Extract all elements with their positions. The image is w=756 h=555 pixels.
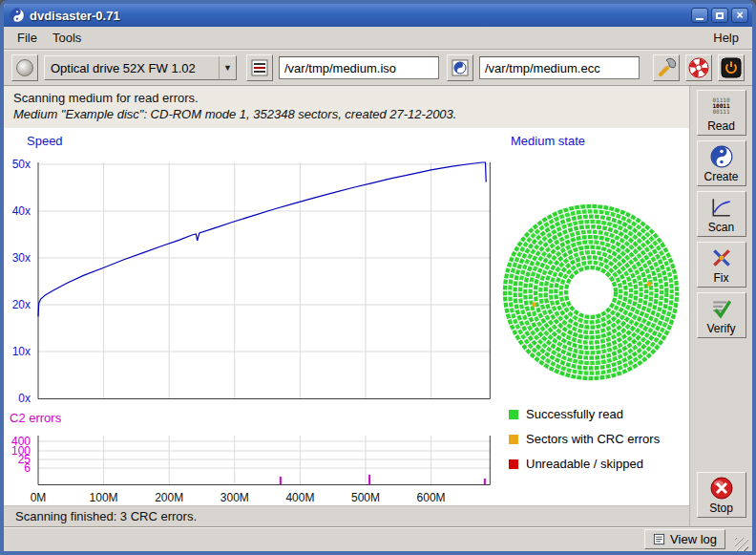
minimize-icon	[696, 18, 704, 20]
chart-panel: Speed Medium state C2 errors 0x10x20x30x…	[4, 128, 689, 505]
axis-tick-label: 400M	[279, 491, 321, 504]
create-button[interactable]: Create	[697, 140, 746, 186]
menubar: FileTools Help	[4, 27, 752, 50]
read-button[interactable]: 011101001100111Read	[697, 90, 746, 136]
status-message-area: Scanning medium for read errors. Medium …	[4, 86, 689, 128]
speed-chart	[32, 158, 496, 406]
legend-swatch-icon	[509, 435, 518, 444]
menu-item-help[interactable]: Help	[705, 29, 746, 47]
verify-label: Verify	[700, 322, 744, 335]
legend-swatch-icon	[509, 410, 518, 419]
scan-button[interactable]: Scan	[697, 191, 746, 237]
preferences-button[interactable]	[653, 54, 680, 81]
disc-visualization	[497, 199, 684, 386]
axis-tick-label: 20x	[6, 298, 31, 311]
ecc-file-icon	[451, 58, 470, 77]
axis-tick-label: 40x	[6, 204, 31, 218]
maximize-button[interactable]	[711, 8, 728, 23]
c2-chart-title: C2 errors	[10, 411, 61, 425]
status-line-1: Scanning medium for read errors.	[13, 91, 680, 105]
about-button[interactable]	[685, 54, 712, 81]
read-icon: 011101001100111	[700, 94, 744, 118]
iso-file-icon	[250, 58, 269, 77]
legend-label: Sectors with CRC errors	[526, 432, 660, 446]
legend-label: Unreadable / skipped	[526, 457, 643, 471]
create-icon	[700, 144, 744, 169]
legend-swatch-icon	[509, 459, 518, 469]
verify-button[interactable]: Verify	[697, 292, 746, 338]
axis-tick-label: 6	[6, 461, 31, 475]
sidebar-buttons: 011101001100111ReadCreateScanFixVerify	[697, 90, 746, 343]
scan-result-bar: Scanning finished: 3 CRC errors.	[4, 505, 689, 526]
iso-path-input[interactable]	[279, 56, 439, 79]
status-line-2: Medium "Example disc": CD-ROM mode 1, 35…	[13, 107, 680, 121]
log-icon	[653, 533, 665, 545]
app-window: dvdisaster-0.71 × FileTools Help Optical…	[0, 0, 756, 555]
stop-slot: Stop	[697, 472, 746, 523]
toolbar: Optical drive 52X FW 1.02 ▼	[4, 50, 752, 86]
ecc-file-button[interactable]	[447, 54, 473, 81]
read-label: Read	[700, 119, 744, 133]
axis-tick-label: 30x	[6, 251, 31, 265]
titlebar[interactable]: dvdisaster-0.71 ×	[4, 4, 752, 27]
quit-button[interactable]	[718, 54, 745, 81]
medium-state-legend: Successfully readSectors with CRC errors…	[509, 407, 660, 481]
medium-state-title: Medium state	[511, 134, 585, 148]
action-sidebar: 011101001100111ReadCreateScanFixVerify S…	[689, 86, 752, 526]
close-button[interactable]: ×	[731, 8, 748, 23]
stop-icon	[700, 476, 744, 501]
chevron-down-icon: ▼	[219, 56, 236, 79]
axis-tick-label: 10x	[6, 345, 31, 358]
drive-icon	[16, 59, 33, 76]
power-icon	[721, 57, 742, 78]
legend-item: Successfully read	[509, 407, 660, 421]
scan-label: Scan	[700, 221, 744, 234]
fix-label: Fix	[700, 271, 744, 285]
axis-tick-label: 100M	[83, 491, 125, 504]
legend-label: Successfully read	[526, 407, 623, 421]
content-area: Scanning medium for read errors. Medium …	[4, 86, 752, 526]
legend-item: Unreadable / skipped	[509, 457, 660, 471]
axis-tick-label: 0M	[17, 491, 59, 504]
drive-select[interactable]: Optical drive 52X FW 1.02 ▼	[44, 55, 237, 80]
scan-icon	[700, 195, 744, 220]
axis-tick-label: 50x	[6, 158, 31, 171]
axis-tick-label: 500M	[345, 491, 387, 504]
scan-result-text: Scanning finished: 3 CRC errors.	[15, 509, 197, 523]
fix-button[interactable]: Fix	[697, 242, 746, 288]
view-log-button[interactable]: View log	[644, 529, 725, 549]
menu-left: FileTools	[10, 31, 89, 45]
menu-item-file[interactable]: File	[10, 29, 45, 47]
app-icon	[10, 8, 25, 23]
c2-errors-chart	[32, 430, 496, 487]
main-column: Scanning medium for read errors. Medium …	[4, 86, 689, 526]
lifebuoy-icon	[688, 57, 709, 78]
create-label: Create	[700, 170, 744, 183]
verify-icon	[700, 296, 744, 321]
legend-item: Sectors with CRC errors	[509, 432, 660, 446]
drive-select-value: Optical drive 52X FW 1.02	[45, 61, 219, 75]
axis-tick-label: 300M	[214, 491, 256, 504]
axis-tick-label: 0x	[6, 392, 31, 405]
fix-icon	[700, 245, 744, 270]
speed-chart-title: Speed	[27, 134, 63, 148]
axis-tick-label: 600M	[410, 491, 452, 504]
menu-item-tools[interactable]: Tools	[45, 29, 89, 47]
stop-button[interactable]: Stop	[697, 472, 746, 518]
wrench-icon	[656, 57, 677, 78]
iso-file-button[interactable]	[246, 54, 273, 81]
close-icon: ×	[736, 10, 743, 21]
window-title: dvdisaster-0.71	[30, 9, 688, 23]
statusbar: View log	[4, 526, 752, 551]
view-log-label: View log	[670, 532, 717, 546]
maximize-icon	[716, 12, 724, 19]
resize-grip[interactable]	[735, 538, 748, 551]
stop-label: Stop	[700, 502, 744, 515]
ecc-path-input[interactable]	[479, 56, 640, 79]
axis-tick-label: 200M	[148, 491, 190, 504]
minimize-button[interactable]	[691, 8, 708, 23]
drive-button[interactable]	[11, 54, 38, 81]
